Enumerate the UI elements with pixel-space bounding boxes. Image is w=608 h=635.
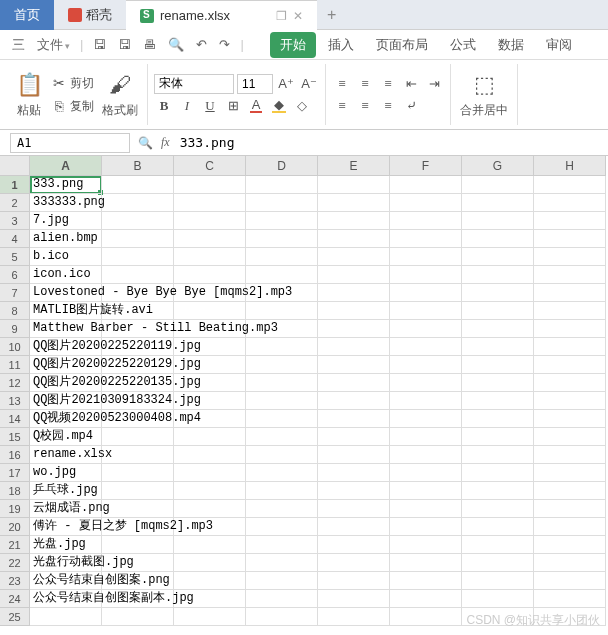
align-left-button[interactable]: ≡ — [332, 96, 352, 116]
ribbon-tab-review[interactable]: 审阅 — [536, 32, 582, 58]
cell[interactable] — [390, 446, 462, 464]
ribbon-tab-start[interactable]: 开始 — [270, 32, 316, 58]
cell[interactable]: QQ图片20200225220119.jpg — [30, 338, 102, 356]
ribbon-tab-page-layout[interactable]: 页面布局 — [366, 32, 438, 58]
cell[interactable] — [174, 194, 246, 212]
row-header[interactable]: 16 — [0, 446, 30, 464]
cell[interactable] — [102, 608, 174, 626]
row-header[interactable]: 25 — [0, 608, 30, 626]
row-header[interactable]: 21 — [0, 536, 30, 554]
cell[interactable] — [318, 320, 390, 338]
cell[interactable] — [318, 464, 390, 482]
spreadsheet-grid[interactable]: ABCDEFGH 1234567891011121314151617181920… — [0, 156, 608, 633]
cell[interactable] — [534, 338, 606, 356]
cell[interactable] — [246, 500, 318, 518]
cell[interactable] — [390, 608, 462, 626]
cell[interactable] — [462, 302, 534, 320]
print-button[interactable]: 🖶 — [139, 35, 160, 54]
cell[interactable] — [246, 248, 318, 266]
cell[interactable] — [174, 608, 246, 626]
cell[interactable] — [174, 266, 246, 284]
cell[interactable] — [462, 374, 534, 392]
cell[interactable] — [390, 266, 462, 284]
cell[interactable]: QQ图片20210309183324.jpg — [30, 392, 102, 410]
row-header[interactable]: 18 — [0, 482, 30, 500]
paste-button[interactable]: 📋 粘贴 — [12, 69, 46, 121]
cell[interactable]: 公众号结束自创图案.png — [30, 572, 102, 590]
cell[interactable] — [390, 590, 462, 608]
column-header-C[interactable]: C — [174, 156, 246, 176]
cell[interactable] — [462, 284, 534, 302]
row-header[interactable]: 13 — [0, 392, 30, 410]
border-button[interactable]: ⊞ — [223, 96, 243, 116]
cell[interactable] — [246, 194, 318, 212]
column-header-B[interactable]: B — [102, 156, 174, 176]
cell[interactable] — [246, 518, 318, 536]
align-right-button[interactable]: ≡ — [378, 96, 398, 116]
cell[interactable] — [534, 446, 606, 464]
cell[interactable]: Lovestoned - Bye Bye Bye [mqms2].mp3 — [30, 284, 102, 302]
cell[interactable] — [534, 518, 606, 536]
ribbon-tab-insert[interactable]: 插入 — [318, 32, 364, 58]
cell[interactable] — [534, 266, 606, 284]
row-header[interactable]: 15 — [0, 428, 30, 446]
row-header[interactable]: 24 — [0, 590, 30, 608]
cell[interactable] — [318, 302, 390, 320]
cell[interactable] — [462, 500, 534, 518]
cell[interactable] — [246, 572, 318, 590]
cell[interactable] — [318, 392, 390, 410]
cell[interactable] — [390, 500, 462, 518]
cell[interactable] — [318, 266, 390, 284]
cell[interactable] — [534, 248, 606, 266]
cell[interactable] — [462, 410, 534, 428]
tab-close-icon[interactable]: ✕ — [293, 9, 303, 23]
cell[interactable] — [534, 320, 606, 338]
cell[interactable] — [102, 230, 174, 248]
cell[interactable] — [318, 338, 390, 356]
cell[interactable] — [534, 410, 606, 428]
row-header[interactable]: 23 — [0, 572, 30, 590]
cell[interactable] — [246, 230, 318, 248]
cell[interactable] — [462, 230, 534, 248]
cell[interactable]: QQ图片20200225220129.jpg — [30, 356, 102, 374]
cell[interactable]: 云烟成语.png — [30, 500, 102, 518]
cell[interactable] — [174, 302, 246, 320]
column-header-A[interactable]: A — [30, 156, 102, 176]
cell[interactable] — [462, 590, 534, 608]
cell[interactable] — [318, 608, 390, 626]
cell[interactable] — [174, 536, 246, 554]
align-middle-button[interactable]: ≡ — [355, 74, 375, 94]
cell[interactable] — [246, 266, 318, 284]
cell[interactable]: QQ图片20200225220135.jpg — [30, 374, 102, 392]
column-header-E[interactable]: E — [318, 156, 390, 176]
cell[interactable]: icon.ico — [30, 266, 102, 284]
cell[interactable] — [462, 338, 534, 356]
cell[interactable] — [390, 464, 462, 482]
cell[interactable] — [102, 194, 174, 212]
cell[interactable] — [318, 230, 390, 248]
cell[interactable] — [318, 410, 390, 428]
cell[interactable] — [246, 464, 318, 482]
align-center-button[interactable]: ≡ — [355, 96, 375, 116]
tab-window-restore-icon[interactable]: ❐ — [276, 9, 287, 23]
cell[interactable] — [390, 320, 462, 338]
cell[interactable]: Q校园.mp4 — [30, 428, 102, 446]
column-header-D[interactable]: D — [246, 156, 318, 176]
cell[interactable] — [462, 572, 534, 590]
cell[interactable]: wo.jpg — [30, 464, 102, 482]
align-bottom-button[interactable]: ≡ — [378, 74, 398, 94]
cell[interactable] — [390, 230, 462, 248]
font-name-select[interactable] — [154, 74, 234, 94]
cell[interactable] — [390, 302, 462, 320]
cell[interactable] — [390, 248, 462, 266]
row-header[interactable]: 22 — [0, 554, 30, 572]
cell[interactable] — [534, 302, 606, 320]
row-header[interactable]: 4 — [0, 230, 30, 248]
cell[interactable] — [318, 518, 390, 536]
cell[interactable] — [534, 554, 606, 572]
cell[interactable] — [462, 194, 534, 212]
row-header[interactable]: 17 — [0, 464, 30, 482]
cell[interactable] — [102, 446, 174, 464]
tab-new-button[interactable]: + — [317, 0, 346, 30]
format-painter-button[interactable]: 🖌 格式刷 — [99, 69, 141, 121]
